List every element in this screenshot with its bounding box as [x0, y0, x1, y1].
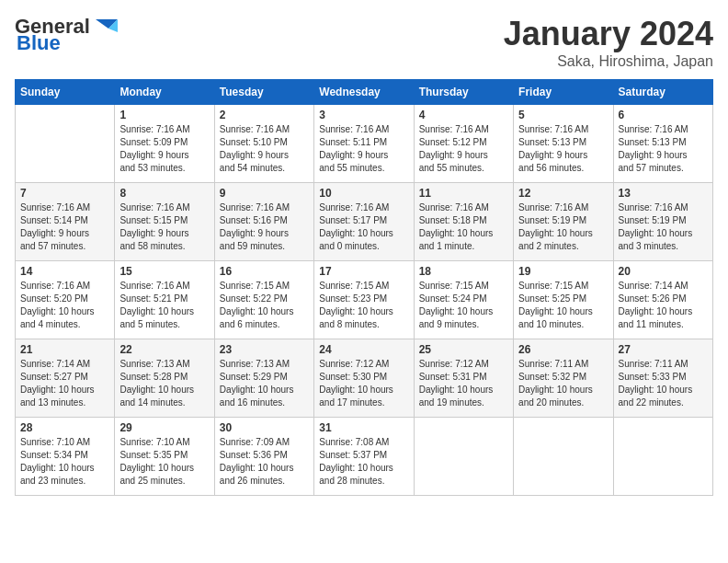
calendar-week-row: 28Sunrise: 7:10 AM Sunset: 5:34 PM Dayli…	[16, 418, 713, 496]
calendar-cell: 14Sunrise: 7:16 AM Sunset: 5:20 PM Dayli…	[16, 261, 115, 339]
day-info: Sunrise: 7:16 AM Sunset: 5:12 PM Dayligh…	[419, 123, 508, 175]
day-number: 7	[20, 187, 109, 200]
calendar-cell: 20Sunrise: 7:14 AM Sunset: 5:26 PM Dayli…	[613, 261, 712, 339]
day-info: Sunrise: 7:16 AM Sunset: 5:15 PM Dayligh…	[119, 201, 209, 253]
calendar-cell: 5Sunrise: 7:16 AM Sunset: 5:13 PM Daylig…	[514, 105, 613, 183]
day-number: 31	[319, 421, 408, 434]
calendar-cell: 21Sunrise: 7:14 AM Sunset: 5:27 PM Dayli…	[16, 339, 115, 418]
day-info: Sunrise: 7:16 AM Sunset: 5:13 PM Dayligh…	[518, 123, 608, 175]
calendar-cell: 17Sunrise: 7:15 AM Sunset: 5:23 PM Dayli…	[314, 261, 414, 339]
calendar-header-tuesday: Tuesday	[214, 80, 313, 105]
day-number: 3	[319, 109, 408, 121]
calendar-week-row: 21Sunrise: 7:14 AM Sunset: 5:27 PM Dayli…	[16, 339, 713, 418]
logo-icon	[92, 16, 119, 36]
day-info: Sunrise: 7:14 AM Sunset: 5:26 PM Dayligh…	[619, 280, 708, 331]
day-info: Sunrise: 7:10 AM Sunset: 5:34 PM Dayligh…	[20, 436, 109, 488]
day-info: Sunrise: 7:12 AM Sunset: 5:30 PM Dayligh…	[319, 358, 408, 409]
calendar-cell: 26Sunrise: 7:11 AM Sunset: 5:32 PM Dayli…	[514, 339, 613, 418]
day-info: Sunrise: 7:11 AM Sunset: 5:32 PM Dayligh…	[518, 358, 608, 409]
calendar-cell: 11Sunrise: 7:16 AM Sunset: 5:18 PM Dayli…	[414, 183, 513, 261]
day-number: 1	[119, 109, 209, 121]
day-number: 4	[419, 109, 508, 121]
day-number: 30	[220, 421, 309, 434]
location-subtitle: Saka, Hiroshima, Japan	[504, 53, 713, 70]
day-info: Sunrise: 7:16 AM Sunset: 5:19 PM Dayligh…	[619, 201, 708, 253]
day-number: 28	[20, 421, 109, 434]
calendar-week-row: 14Sunrise: 7:16 AM Sunset: 5:20 PM Dayli…	[16, 261, 713, 339]
calendar-week-row: 7Sunrise: 7:16 AM Sunset: 5:14 PM Daylig…	[16, 183, 713, 261]
day-number: 15	[119, 265, 209, 278]
day-info: Sunrise: 7:12 AM Sunset: 5:31 PM Dayligh…	[419, 358, 508, 409]
calendar-cell: 28Sunrise: 7:10 AM Sunset: 5:34 PM Dayli…	[16, 418, 115, 496]
day-info: Sunrise: 7:16 AM Sunset: 5:14 PM Dayligh…	[20, 201, 109, 253]
day-info: Sunrise: 7:15 AM Sunset: 5:25 PM Dayligh…	[518, 280, 608, 331]
day-info: Sunrise: 7:10 AM Sunset: 5:35 PM Dayligh…	[119, 436, 209, 488]
day-number: 8	[119, 187, 209, 200]
day-number: 2	[220, 109, 309, 121]
day-number: 22	[119, 343, 209, 356]
calendar-cell: 1Sunrise: 7:16 AM Sunset: 5:09 PM Daylig…	[115, 105, 214, 183]
day-number: 23	[220, 343, 309, 356]
calendar-table: SundayMondayTuesdayWednesdayThursdayFrid…	[15, 79, 713, 496]
day-number: 17	[319, 265, 408, 278]
day-number: 25	[419, 343, 508, 356]
calendar-cell: 2Sunrise: 7:16 AM Sunset: 5:10 PM Daylig…	[214, 105, 313, 183]
calendar-header-row: SundayMondayTuesdayWednesdayThursdayFrid…	[16, 80, 713, 105]
day-number: 6	[619, 109, 708, 121]
day-number: 14	[20, 265, 109, 278]
day-info: Sunrise: 7:16 AM Sunset: 5:10 PM Dayligh…	[220, 123, 309, 175]
day-info: Sunrise: 7:15 AM Sunset: 5:22 PM Dayligh…	[220, 280, 309, 331]
day-number: 18	[419, 265, 508, 278]
calendar-cell	[414, 418, 513, 496]
day-number: 12	[518, 187, 608, 200]
page-header: General Blue January 2024 Saka, Hiroshim…	[15, 15, 713, 70]
day-number: 26	[518, 343, 608, 356]
calendar-cell: 23Sunrise: 7:13 AM Sunset: 5:29 PM Dayli…	[214, 339, 313, 418]
calendar-cell: 9Sunrise: 7:16 AM Sunset: 5:16 PM Daylig…	[214, 183, 313, 261]
day-number: 16	[220, 265, 309, 278]
day-info: Sunrise: 7:16 AM Sunset: 5:11 PM Dayligh…	[319, 123, 408, 175]
day-info: Sunrise: 7:16 AM Sunset: 5:09 PM Dayligh…	[119, 123, 209, 175]
title-block: January 2024 Saka, Hiroshima, Japan	[504, 15, 713, 70]
calendar-cell: 4Sunrise: 7:16 AM Sunset: 5:12 PM Daylig…	[414, 105, 513, 183]
day-info: Sunrise: 7:16 AM Sunset: 5:21 PM Dayligh…	[119, 280, 209, 331]
logo: General Blue	[15, 15, 119, 55]
day-info: Sunrise: 7:15 AM Sunset: 5:24 PM Dayligh…	[419, 280, 508, 331]
calendar-header-sunday: Sunday	[16, 80, 115, 105]
calendar-header-friday: Friday	[514, 80, 613, 105]
day-info: Sunrise: 7:16 AM Sunset: 5:17 PM Dayligh…	[319, 201, 408, 253]
calendar-cell: 10Sunrise: 7:16 AM Sunset: 5:17 PM Dayli…	[314, 183, 414, 261]
day-number: 10	[319, 187, 408, 200]
calendar-cell: 12Sunrise: 7:16 AM Sunset: 5:19 PM Dayli…	[514, 183, 613, 261]
calendar-header-wednesday: Wednesday	[314, 80, 414, 105]
calendar-cell	[16, 105, 115, 183]
calendar-header-thursday: Thursday	[414, 80, 513, 105]
calendar-cell	[514, 418, 613, 496]
calendar-cell: 22Sunrise: 7:13 AM Sunset: 5:28 PM Dayli…	[115, 339, 214, 418]
day-info: Sunrise: 7:13 AM Sunset: 5:29 PM Dayligh…	[220, 358, 309, 409]
day-info: Sunrise: 7:16 AM Sunset: 5:13 PM Dayligh…	[619, 123, 708, 175]
day-number: 24	[319, 343, 408, 356]
calendar-cell: 30Sunrise: 7:09 AM Sunset: 5:36 PM Dayli…	[214, 418, 313, 496]
calendar-cell: 7Sunrise: 7:16 AM Sunset: 5:14 PM Daylig…	[16, 183, 115, 261]
day-info: Sunrise: 7:08 AM Sunset: 5:37 PM Dayligh…	[319, 436, 408, 488]
day-info: Sunrise: 7:16 AM Sunset: 5:20 PM Dayligh…	[20, 280, 109, 331]
calendar-cell: 27Sunrise: 7:11 AM Sunset: 5:33 PM Dayli…	[613, 339, 712, 418]
day-number: 9	[220, 187, 309, 200]
calendar-week-row: 1Sunrise: 7:16 AM Sunset: 5:09 PM Daylig…	[16, 105, 713, 183]
calendar-cell: 31Sunrise: 7:08 AM Sunset: 5:37 PM Dayli…	[314, 418, 414, 496]
calendar-cell: 18Sunrise: 7:15 AM Sunset: 5:24 PM Dayli…	[414, 261, 513, 339]
calendar-header-saturday: Saturday	[613, 80, 712, 105]
calendar-header-monday: Monday	[115, 80, 214, 105]
day-number: 13	[619, 187, 708, 200]
calendar-cell: 13Sunrise: 7:16 AM Sunset: 5:19 PM Dayli…	[613, 183, 712, 261]
day-info: Sunrise: 7:16 AM Sunset: 5:16 PM Dayligh…	[220, 201, 309, 253]
day-number: 19	[518, 265, 608, 278]
calendar-cell	[613, 418, 712, 496]
day-number: 5	[518, 109, 608, 121]
calendar-cell: 25Sunrise: 7:12 AM Sunset: 5:31 PM Dayli…	[414, 339, 513, 418]
day-info: Sunrise: 7:15 AM Sunset: 5:23 PM Dayligh…	[319, 280, 408, 331]
calendar-cell: 29Sunrise: 7:10 AM Sunset: 5:35 PM Dayli…	[115, 418, 214, 496]
logo-blue: Blue	[17, 31, 61, 55]
calendar-cell: 24Sunrise: 7:12 AM Sunset: 5:30 PM Dayli…	[314, 339, 414, 418]
